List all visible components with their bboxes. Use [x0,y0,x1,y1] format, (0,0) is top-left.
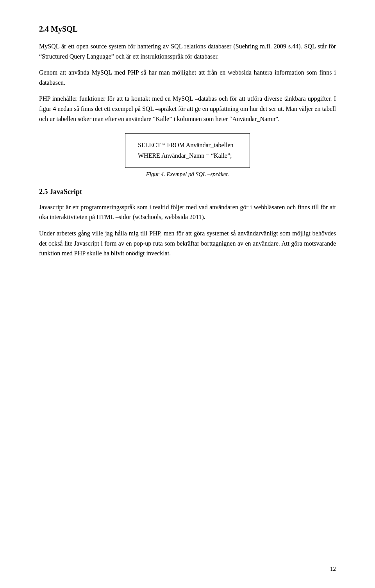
section-2-4: 2.4 MySQL MySQL är ett open source syste… [39,23,336,178]
sql-code-box: SELECT * FROM Användar_tabellen WHERE An… [125,133,250,167]
paragraph-js-1: Javascript är ett programmeringsspråk so… [39,202,336,222]
sql-box-wrapper: SELECT * FROM Användar_tabellen WHERE An… [39,133,336,167]
section-2-5-heading: 2.5 JavaScript [39,187,336,197]
sql-line-2: WHERE Användar_Namn = “Kalle”; [138,150,237,161]
section-2-5: 2.5 JavaScript Javascript är ett program… [39,187,336,258]
paragraph-mysql-2: Genom att använda MySQL med PHP så har m… [39,68,336,87]
figure-4-caption: Figur 4. Exempel på SQL –språket. [39,171,336,178]
page-number: 12 [330,566,336,572]
paragraph-js-2: Under arbetets gång ville jag hålla mig … [39,228,336,258]
section-2-4-heading: 2.4 MySQL [39,23,336,34]
paragraph-mysql-1: MySQL är ett open source system för hant… [39,41,336,61]
paragraph-mysql-3: PHP innehåller funktioner för att ta kon… [39,94,336,124]
sql-line-1: SELECT * FROM Användar_tabellen [138,140,237,150]
page: 2.4 MySQL MySQL är ett open source syste… [0,0,375,588]
